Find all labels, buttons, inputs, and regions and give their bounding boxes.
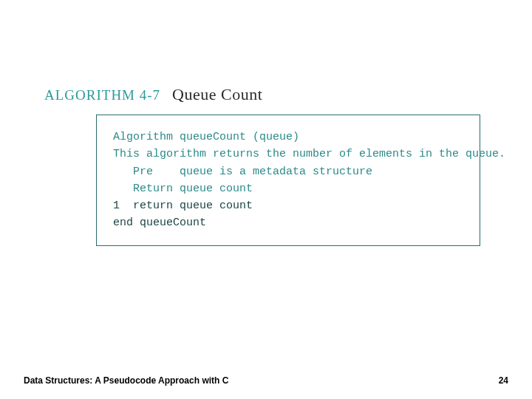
footer-page-number: 24: [499, 375, 508, 386]
algo-line: This algorithm returns the number of ele…: [113, 146, 463, 163]
algorithm-title: Queue Count: [172, 85, 262, 104]
algorithm-label: ALGORITHM 4-7: [44, 87, 160, 103]
algo-line: Algorithm queueCount (queue): [113, 129, 463, 146]
footer-book-title: Data Structures: A Pseudocode Approach w…: [24, 375, 228, 386]
footer: Data Structures: A Pseudocode Approach w…: [24, 375, 508, 386]
algo-line: Return queue count: [113, 180, 463, 197]
algorithm-heading: ALGORITHM 4-7 Queue Count: [44, 85, 262, 104]
algorithm-box: Algorithm queueCount (queue) This algori…: [96, 115, 480, 246]
algo-line: Pre queue is a metadata structure: [113, 163, 463, 180]
algo-line: 1 return queue count: [113, 197, 463, 214]
algo-line: end queueCount: [113, 214, 463, 231]
